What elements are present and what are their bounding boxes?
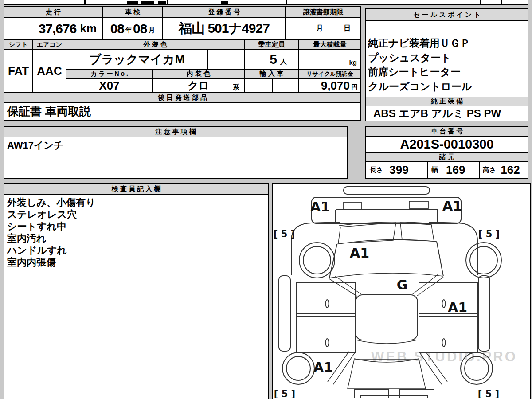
front-bumper-strip — [344, 187, 430, 194]
transfer-docs-value: 月日 — [286, 18, 360, 40]
sales-point-item: 前席シートヒーター — [368, 65, 528, 79]
spec-height: 高さ162 — [480, 162, 528, 178]
spec-length: 長さ399 — [366, 162, 428, 178]
door-handle — [326, 300, 329, 308]
inspector-notes-content: 外装しみ、小傷有り ステレオレス穴 シートすれ中 室内汚れ ハンドルすれ 室内内… — [4, 195, 268, 398]
mileage-header: 走 行 — [4, 7, 103, 18]
sales-point-item: プッシュスタート — [368, 51, 528, 65]
tire-depth-front-right: [ 5 ] — [478, 229, 500, 239]
empty-cell — [208, 50, 245, 70]
car-outline-diagram: A1 A1 A1 G A1 A1 [ 5 ] [ 5 ] [ 5 ] [ 5 ] — [273, 184, 530, 398]
inspector-note-item: 外装しみ、小傷有り — [7, 196, 268, 208]
roof-panel — [356, 295, 418, 340]
wheel-rear-right — [461, 352, 493, 384]
cropped-text-fragment — [127, 1, 138, 4]
door-panels-left — [297, 282, 356, 352]
capacity-header: 乗車定員 — [245, 40, 299, 50]
spec-width: 幅169 — [428, 162, 480, 178]
front-fender-left — [291, 222, 340, 275]
inspector-note-item: ハンドルすれ — [7, 244, 268, 256]
caution-item: AW17インチ — [7, 139, 347, 151]
cautions-header: 注 意 事 項 欄 — [4, 127, 347, 137]
headlight-left — [344, 202, 361, 209]
damage-diagram-box: WEB STUDIO.PRO — [272, 183, 531, 399]
recycle-deposit-header: リサイクル預託金 — [299, 70, 360, 79]
exterior-color-header: 外 装 色 — [66, 40, 245, 50]
chassis-number-header: 車 台 番 号 — [366, 127, 528, 137]
headlight-right — [409, 201, 428, 208]
import-header: 輸 入 車 — [245, 70, 299, 79]
inspection-header: 車 検 — [103, 7, 163, 18]
color-no-value: X07 — [66, 79, 153, 93]
wheel-rear-left — [282, 352, 314, 384]
interior-color-header: 内 装 色 — [153, 70, 245, 79]
inspector-note-item: 室内汚れ — [7, 232, 268, 244]
transfer-docs-header: 譲渡書類期限 — [286, 7, 360, 18]
rear-lamp-right — [400, 389, 434, 398]
mileage-value: 37,676km — [4, 18, 103, 40]
recycle-deposit-value: 9,070円 — [299, 79, 360, 93]
sales-points-header: セ ー ル ス ポ イ ン ト — [366, 9, 528, 21]
aircon-value: AAC — [33, 50, 66, 93]
cropped-text-fragment — [141, 1, 154, 4]
inspector-notes-header: 検 査 員 記 入 欄 — [4, 184, 268, 195]
tire-depth-rear-left: [ 5 ] — [274, 389, 295, 398]
max-load-value: kg — [299, 50, 360, 70]
shift-value: FAT — [4, 50, 33, 93]
damage-code-front-left: A1 — [310, 199, 330, 215]
capacity-value: 5人 — [245, 50, 299, 70]
damage-code-right-door: A1 — [448, 300, 467, 315]
interior-color-value: クロ 系 — [153, 79, 245, 93]
tire-depth-rear-right: [ 5 ] — [478, 389, 499, 398]
damage-code-hood: A1 — [350, 245, 369, 261]
empty-cell — [245, 79, 273, 93]
tire-depth-front-left: [ 5 ] — [274, 229, 295, 239]
rocker-rail-left — [279, 276, 290, 351]
inspector-note-item: 室内内張傷 — [7, 256, 268, 268]
sales-point-item: クルーズコントロール — [368, 79, 528, 94]
damage-code-rear-left: A1 — [313, 360, 333, 375]
sales-points-content: 純正ナビ装着用ＵＧＰ プッシュスタート 前席シートヒーター クルーズコントロール — [366, 21, 528, 97]
max-load-header: 最大積載量 — [299, 40, 360, 50]
empty-cell — [273, 79, 299, 93]
cautions-box: 注 意 事 項 欄 AW17インチ — [4, 126, 348, 179]
door-handle — [326, 339, 329, 347]
cropped-text-fragment — [158, 1, 166, 4]
door-handle — [442, 339, 446, 347]
sales-points-box: セ ー ル ス ポ イ ン ト 純正ナビ装着用ＵＧＰ プッシュスタート 前席シー… — [365, 8, 528, 121]
inspector-note-item: シートすれ中 — [7, 220, 268, 232]
door-panels-right — [419, 282, 478, 352]
sales-point-item: 純正ナビ装着用ＵＧＰ — [368, 36, 528, 51]
tailgate — [348, 360, 426, 389]
color-no-header: カ ラ ー N o . — [66, 70, 153, 79]
registration-header: 登 録 番 号 — [163, 7, 286, 18]
exterior-color-value: ブラックマイカM — [66, 50, 208, 70]
chassis-box: 車 台 番 号 A201S-0010300 諸 元 長さ399 幅169 高さ1… — [365, 126, 528, 179]
later-shipped-parts-value: 保証書 車両取説 — [4, 103, 360, 120]
cautions-content: AW17インチ — [4, 137, 347, 178]
inspection-value: 08年08月 — [103, 18, 163, 40]
auction-sheet: { "t1": { "h_mileage": "走 行", "h_shaken"… — [0, 0, 532, 399]
cropped-top-row — [0, 0, 532, 5]
specs-header: 諸 元 — [366, 153, 528, 162]
inspector-notes-box: 検 査 員 記 入 欄 外装しみ、小傷有り ステレオレス穴 シートすれ中 室内汚… — [4, 183, 269, 399]
wiper-panel-left — [338, 223, 396, 243]
genuine-equipment-value: ABS エアB アルミ PS PW — [366, 106, 528, 121]
later-shipped-parts-header: 後 日 発 送 部 品 — [4, 93, 360, 103]
rear-lamp-left — [354, 389, 389, 398]
door-handle — [442, 300, 446, 308]
damage-code-front-right: A1 — [442, 198, 462, 214]
front-fascia — [312, 197, 461, 223]
wheel-front-left — [299, 243, 335, 278]
shift-header: シフト — [4, 40, 33, 50]
genuine-equipment-header: 純 正 装 備 — [366, 97, 528, 106]
damage-code-windshield: G — [397, 277, 408, 293]
cropped-row-background — [4, 0, 528, 4]
chassis-number-value: A201S-0010300 — [366, 137, 528, 153]
wheel-front-right — [466, 243, 501, 278]
inspector-note-item: ステレオレス穴 — [7, 208, 268, 220]
cropped-text-fragment — [221, 1, 228, 4]
rocker-rail-right — [478, 276, 490, 351]
registration-value: 福山 501ナ4927 — [163, 18, 286, 40]
aircon-header: エアコン — [33, 40, 66, 50]
